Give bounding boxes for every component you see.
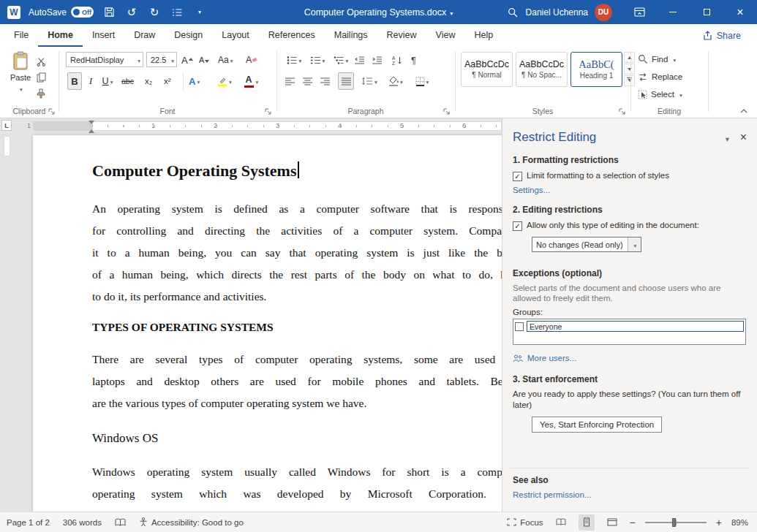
- avatar[interactable]: DU: [595, 4, 612, 21]
- shrink-font-button[interactable]: A: [199, 51, 209, 69]
- style-no-spacing[interactable]: AaBbCcDc ¶ No Spac...: [516, 52, 568, 87]
- body-text-line[interactable]: Windows operating system usually called …: [92, 461, 502, 483]
- web-layout-icon[interactable]: [604, 514, 620, 531]
- justify-button[interactable]: [338, 72, 354, 90]
- multilevel-list-button[interactable]: [331, 51, 351, 69]
- font-color-button[interactable]: A: [240, 72, 262, 90]
- zoom-level[interactable]: 89%: [731, 518, 748, 527]
- title-dropdown-chevron-icon[interactable]: [450, 7, 453, 18]
- sort-button[interactable]: AZ: [392, 51, 403, 69]
- word-count[interactable]: 306 words: [63, 518, 102, 527]
- tab-file[interactable]: File: [4, 24, 38, 47]
- zoom-slider[interactable]: [645, 522, 707, 523]
- styles-scroll-up-icon[interactable]: [624, 52, 635, 63]
- zoom-in-button[interactable]: +: [716, 517, 722, 528]
- tab-mailings[interactable]: Mailings: [325, 24, 377, 47]
- borders-button[interactable]: [411, 72, 433, 90]
- body-text-line[interactable]: it to a human being, you can say that op…: [92, 242, 502, 264]
- paragraph-dialog-launcher-icon[interactable]: [443, 108, 450, 115]
- copy-button[interactable]: [37, 69, 46, 86]
- document-title-text[interactable]: Computer Operating Systems.docx: [304, 7, 447, 18]
- group-item-everyone[interactable]: Everyone: [515, 321, 744, 332]
- pane-options-chevron-icon[interactable]: [723, 132, 729, 144]
- print-layout-icon[interactable]: [579, 514, 595, 531]
- focus-button[interactable]: Focus: [507, 518, 543, 527]
- tab-draw[interactable]: Draw: [124, 24, 165, 47]
- line-spacing-button[interactable]: [358, 72, 380, 90]
- body-text-line[interactable]: laptops and desktop others are used for …: [92, 370, 502, 392]
- zoom-slider-thumb[interactable]: [672, 518, 676, 527]
- bullets-button[interactable]: [284, 51, 304, 69]
- page-indicator[interactable]: Page 1 of 2: [7, 518, 50, 527]
- section-heading[interactable]: TYPES OF OPERATING SYSTEMS: [92, 319, 502, 335]
- body-text-line[interactable]: for controlling and directing the activi…: [92, 220, 502, 242]
- strikethrough-button[interactable]: abc: [121, 72, 134, 90]
- pane-close-icon[interactable]: ×: [740, 132, 747, 143]
- clear-formatting-button[interactable]: A: [246, 51, 257, 69]
- groups-listbox[interactable]: Everyone: [513, 319, 746, 345]
- tab-references[interactable]: References: [259, 24, 325, 47]
- shading-button[interactable]: [385, 72, 407, 90]
- align-left-button[interactable]: [285, 72, 295, 90]
- maximize-button[interactable]: [690, 0, 723, 24]
- font-size-combobox[interactable]: 22.5: [146, 52, 177, 67]
- clipboard-dialog-launcher-icon[interactable]: [48, 108, 55, 115]
- subscript-button[interactable]: x₂: [145, 72, 152, 90]
- align-right-button[interactable]: [320, 72, 330, 90]
- styles-scroll-down-icon[interactable]: [624, 64, 635, 75]
- tab-design[interactable]: Design: [165, 24, 212, 47]
- font-dialog-launcher-icon[interactable]: [265, 108, 271, 115]
- quick-access-list-icon[interactable]: [170, 4, 184, 20]
- editing-type-dropdown[interactable]: No changes (Read only): [532, 237, 641, 252]
- start-enforcing-button[interactable]: Yes, Start Enforcing Protection: [532, 417, 662, 433]
- customize-qat-chevron-icon[interactable]: [192, 4, 207, 20]
- accessibility-status[interactable]: Accessibility: Good to go: [139, 517, 244, 527]
- change-case-button[interactable]: Aa: [218, 51, 233, 69]
- proofing-icon[interactable]: [115, 518, 126, 527]
- document-page[interactable]: Computer Operating Systems An operating …: [33, 135, 502, 512]
- tab-insert[interactable]: Insert: [83, 24, 124, 47]
- share-button[interactable]: Share: [686, 24, 757, 47]
- select-button[interactable]: Select: [638, 87, 682, 102]
- body-text-line[interactable]: operating system which was developed by …: [92, 483, 502, 505]
- underline-button[interactable]: U: [98, 72, 117, 90]
- zoom-out-button[interactable]: −: [630, 517, 636, 528]
- save-icon[interactable]: [102, 4, 116, 20]
- collapse-ribbon-icon[interactable]: [740, 109, 747, 113]
- replace-button[interactable]: Replace: [638, 69, 682, 84]
- body-text-line[interactable]: An operating system is defined as a comp…: [92, 198, 502, 220]
- ribbon-display-options-icon[interactable]: [622, 0, 656, 24]
- limit-formatting-checkbox[interactable]: ✓: [513, 172, 522, 181]
- body-text-line[interactable]: are the various types of computer operat…: [92, 392, 502, 414]
- align-center-button[interactable]: [303, 72, 312, 90]
- settings-link[interactable]: Settings...: [513, 186, 550, 194]
- grow-font-button[interactable]: A: [181, 51, 193, 69]
- font-name-combobox[interactable]: RedHatDisplay: [66, 52, 143, 67]
- styles-dialog-launcher-icon[interactable]: [619, 108, 625, 115]
- decrease-indent-button[interactable]: [354, 51, 365, 69]
- italic-button[interactable]: I: [85, 72, 97, 90]
- tab-review[interactable]: Review: [377, 24, 426, 47]
- tab-home[interactable]: Home: [38, 24, 83, 47]
- bold-button[interactable]: B: [67, 72, 82, 90]
- document-heading[interactable]: Computer Operating Systems: [92, 160, 502, 182]
- find-button[interactable]: Find: [638, 52, 676, 66]
- restrict-permission-link[interactable]: Restrict permission...: [513, 490, 591, 499]
- body-text-line[interactable]: There are several types of computer oper…: [92, 349, 502, 370]
- tab-selector[interactable]: L: [1, 120, 12, 131]
- tab-layout[interactable]: Layout: [212, 24, 259, 47]
- show-formatting-marks-button[interactable]: ¶: [411, 51, 416, 69]
- document-content[interactable]: Computer Operating Systems An operating …: [33, 135, 502, 505]
- more-users-link[interactable]: More users...: [513, 354, 747, 362]
- numbering-button[interactable]: [307, 51, 328, 69]
- body-text-line[interactable]: of a human being, which directs the rest…: [92, 264, 502, 286]
- hanging-indent-marker[interactable]: [88, 126, 94, 133]
- undo-icon[interactable]: ↺: [124, 4, 139, 20]
- everyone-checkbox[interactable]: [515, 322, 524, 331]
- style-normal[interactable]: AaBbCcDc ¶ Normal: [461, 52, 513, 87]
- editing-type-dropdown-button[interactable]: [628, 238, 641, 251]
- paste-button[interactable]: Paste: [6, 51, 35, 102]
- style-heading-1[interactable]: AaBbC( Heading 1: [570, 52, 622, 87]
- sub-heading[interactable]: Windows OS: [92, 429, 502, 448]
- minimize-button[interactable]: [656, 0, 690, 24]
